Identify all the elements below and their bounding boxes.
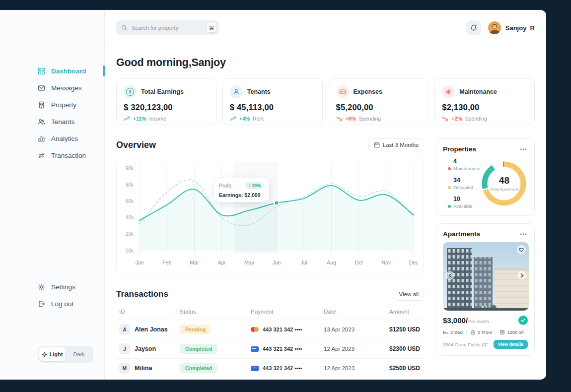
trend-down-icon xyxy=(336,116,343,121)
carousel-prev-button[interactable] xyxy=(445,271,454,280)
sidebar-item-label: Analytics xyxy=(51,135,78,142)
carousel-dots[interactable] xyxy=(482,306,491,308)
trend-percent: +2% xyxy=(451,116,462,122)
sidebar-item-transaction[interactable]: Transaction xyxy=(0,147,104,164)
left-column: Overview Last 3 Months 90k80k60k40k20k00… xyxy=(116,138,424,378)
feature-beds: 2 Bed xyxy=(443,329,463,335)
col-id: ID xyxy=(119,309,180,315)
legend-label: Available xyxy=(453,203,472,209)
svg-text:May: May xyxy=(244,260,255,265)
notifications-button[interactable] xyxy=(466,20,481,35)
tenant-name: Milina xyxy=(135,365,152,372)
search-box[interactable]: ⌘ xyxy=(116,20,219,35)
col-payment: Payment xyxy=(251,309,324,315)
status-badge: Completed xyxy=(180,363,217,373)
svg-text:Jul: Jul xyxy=(300,260,307,265)
area-icon xyxy=(500,329,505,335)
sidebar-item-property[interactable]: Property xyxy=(0,96,104,113)
apartments-title: Apartments xyxy=(443,230,480,238)
legend-label: Occupied xyxy=(453,185,473,190)
apartments-menu-button[interactable] xyxy=(519,232,528,236)
svg-text:40k: 40k xyxy=(126,215,134,220)
tooltip-title: Profit xyxy=(219,183,231,189)
theme-toggle: Light Dark xyxy=(38,346,93,363)
favorite-button[interactable] xyxy=(517,245,526,254)
apartment-features: 2 Bed 2 Floor 1200 S² xyxy=(443,329,528,335)
search-icon xyxy=(121,25,127,31)
view-details-button[interactable]: View details xyxy=(494,340,528,349)
table-row[interactable]: A Alen Jonas Pending 443 321 342 •••• 13… xyxy=(116,320,424,339)
row-avatar: M xyxy=(119,363,130,374)
svg-text:Feb: Feb xyxy=(162,260,171,265)
svg-text:90k: 90k xyxy=(126,166,134,171)
active-indicator xyxy=(103,65,105,76)
overview-line-chart[interactable]: 90k80k60k40k20k00kJanFebMarAprMayJunJulA… xyxy=(117,158,423,273)
trend-up-icon xyxy=(230,116,236,121)
user-menu[interactable]: Sanjoy_R xyxy=(488,21,535,34)
sidebar-item-logout[interactable]: Log out xyxy=(0,295,104,312)
dashboard-icon xyxy=(38,67,45,75)
carousel-next-button[interactable] xyxy=(517,271,526,280)
avatar xyxy=(488,21,501,34)
sidebar: Dashboard Messages Property Tenants Anal… xyxy=(0,10,105,380)
trend-up-icon xyxy=(124,116,130,121)
sidebar-item-messages[interactable]: Messages xyxy=(0,79,104,96)
stat-card-total-earnings: $ Total Earnings $ 320,123,00 +11% Incom… xyxy=(116,78,216,125)
stat-value: $2,130,00 xyxy=(442,103,527,112)
view-all-button[interactable]: View all xyxy=(394,288,424,301)
apartment-address: 3504 Grant Fields,SF xyxy=(443,342,488,347)
analytics-icon xyxy=(38,135,45,142)
svg-text:Aug: Aug xyxy=(327,260,336,265)
sidebar-item-label: Dashboard xyxy=(51,67,86,75)
username: Sanjoy_R xyxy=(505,24,535,32)
stat-card-tenants: Tenants $ 45,113,00 +4% Rent xyxy=(222,78,323,125)
trend-label: Spending xyxy=(359,116,381,122)
svg-text:80k: 80k xyxy=(126,182,134,188)
sidebar-item-label: Log out xyxy=(51,300,73,308)
stat-card-maintenance: Maintenance $2,130,00 +2% Spending xyxy=(434,78,535,125)
svg-text:Nov: Nov xyxy=(381,260,391,265)
theme-dark-option[interactable]: Dark xyxy=(66,347,92,361)
chevron-right-icon xyxy=(520,273,524,278)
properties-title: Properties xyxy=(443,145,476,153)
donut-legend: 4 Maintenance 34 Occupied 10 Available xyxy=(443,158,480,209)
date-filter-button[interactable]: Last 3 Months xyxy=(368,138,424,151)
stat-trend: +4% Rent xyxy=(230,116,315,122)
row-avatar: J xyxy=(119,343,130,354)
donut-total: 48 xyxy=(499,175,509,186)
bank-card-icon xyxy=(251,366,259,371)
sidebar-item-analytics[interactable]: Analytics xyxy=(0,130,104,147)
sidebar-item-dashboard[interactable]: Dashboard xyxy=(0,63,104,79)
apartment-price: $3,000/ xyxy=(443,316,468,325)
svg-text:Oct: Oct xyxy=(355,260,362,265)
theme-light-label: Light xyxy=(50,351,63,357)
main-area: ⌘ Sanjoy_R Good morning,Sanjoy xyxy=(105,10,546,380)
sidebar-item-label: Property xyxy=(51,101,76,109)
sidebar-item-settings[interactable]: Settings xyxy=(0,278,104,295)
stat-card-expenses: Expenses $5,200,00 +6% Spending xyxy=(329,78,429,125)
legend-item: 4 Maintenance xyxy=(448,158,480,171)
stat-value: $ 45,113,00 xyxy=(230,103,315,112)
svg-text:Jun: Jun xyxy=(273,260,281,265)
tenant-name: Jayson xyxy=(135,345,156,352)
stat-cards-row: $ Total Earnings $ 320,123,00 +11% Incom… xyxy=(116,78,535,125)
overview-title: Overview xyxy=(116,140,156,150)
theme-light-option[interactable]: Light xyxy=(39,347,65,361)
sidebar-item-tenants[interactable]: Tenants xyxy=(0,113,104,130)
search-input[interactable] xyxy=(131,24,204,31)
payment-amount: $2500 USD xyxy=(389,365,424,372)
svg-text:60k: 60k xyxy=(126,198,134,204)
stat-title: Tenants xyxy=(247,88,271,95)
table-row[interactable]: M Milina Completed 443 321 342 •••• 12 A… xyxy=(116,358,424,378)
legend-value: 4 xyxy=(448,158,480,165)
properties-menu-button[interactable] xyxy=(519,147,528,151)
trend-label: Rent xyxy=(253,116,264,122)
table-row[interactable]: J Jayson Completed 443 321 342 •••• 12 A… xyxy=(116,339,424,358)
bell-icon xyxy=(470,24,478,32)
tenant-name: Alen Jonas xyxy=(135,326,168,333)
payment-date: 13 Apr 2023 xyxy=(324,327,389,332)
apartments-card: Apartments xyxy=(436,223,535,356)
transaction-icon xyxy=(38,152,45,159)
messages-icon xyxy=(38,84,45,92)
svg-text:00k: 00k xyxy=(126,248,134,254)
